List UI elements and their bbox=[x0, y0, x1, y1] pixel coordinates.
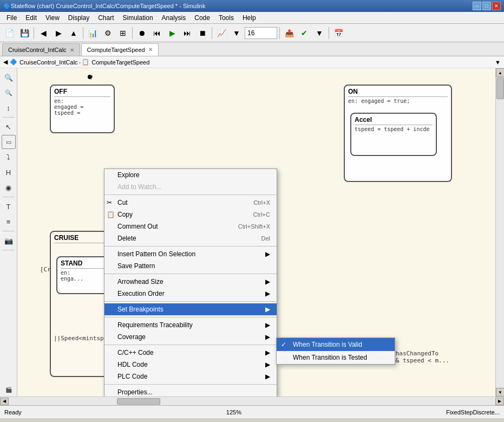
cm-sep-4 bbox=[104, 301, 277, 302]
cm-copy[interactable]: 📋 Copy Ctrl+C bbox=[104, 209, 277, 220]
scroll-up-btn[interactable]: ▲ bbox=[496, 68, 504, 77]
select-btn[interactable]: ↖ bbox=[2, 120, 16, 134]
state-on[interactable]: ON en: engaged = true; Accel tspeed = ts… bbox=[344, 85, 452, 182]
cm-cut[interactable]: ✂ Cut Ctrl+X bbox=[104, 197, 277, 209]
state-accel-name: Accel bbox=[355, 116, 433, 125]
history-btn[interactable]: H bbox=[2, 165, 16, 179]
cm-delete[interactable]: Delete Del bbox=[104, 232, 277, 244]
zoom-out-btn[interactable]: 🔍 bbox=[2, 86, 16, 100]
menu-tools[interactable]: Tools bbox=[214, 13, 238, 23]
scroll-left-btn[interactable]: ◀ bbox=[0, 398, 9, 405]
cm-hdl-code-arrow: ▶ bbox=[265, 361, 270, 368]
cm-set-breakpoints[interactable]: Set Breakpoints ▶ bbox=[104, 303, 277, 315]
cm-comment-out-label: Comment Out bbox=[117, 223, 158, 230]
scroll-track[interactable] bbox=[496, 77, 504, 388]
tab-close-computetargetspeed[interactable]: ✕ bbox=[148, 47, 153, 53]
sm-when-valid[interactable]: ✓ When Transition is Valid bbox=[277, 338, 395, 351]
menu-simulation[interactable]: Simulation bbox=[119, 13, 158, 23]
cm-coverage[interactable]: Coverage ▶ bbox=[104, 331, 277, 343]
breadcrumb-root[interactable]: CruiseControl_IntCalc bbox=[19, 59, 78, 66]
tab-close-cruisecontrol[interactable]: ✕ bbox=[70, 47, 74, 53]
scroll-down-btn[interactable]: ▼ bbox=[496, 388, 504, 397]
forward-button[interactable]: ▶ bbox=[51, 26, 66, 40]
dropdown2-btn[interactable]: ▼ bbox=[312, 26, 326, 40]
breakpoints-submenu: ✓ When Transition is Valid When Transiti… bbox=[276, 337, 395, 365]
sim-btn[interactable]: 🎬 bbox=[2, 382, 16, 397]
zoom-input[interactable] bbox=[245, 27, 277, 39]
cm-add-to-watch-label: Add to Watch... bbox=[117, 183, 162, 191]
cm-arrowhead-size[interactable]: Arrowhead Size ▶ bbox=[104, 276, 277, 288]
menu-edit[interactable]: Edit bbox=[21, 13, 41, 23]
state-off[interactable]: OFF en: engaged = tspeed = bbox=[50, 85, 115, 133]
transition-btn[interactable]: ⤵ bbox=[2, 150, 16, 164]
export-btn[interactable]: 📤 bbox=[282, 26, 296, 40]
menu-view[interactable]: View bbox=[41, 13, 64, 23]
zoom-in-btn[interactable]: 🔍 bbox=[2, 70, 16, 85]
scroll-right-btn[interactable]: ▶ bbox=[495, 398, 504, 405]
cm-explore[interactable]: Explore bbox=[104, 169, 277, 181]
cm-requirements[interactable]: Requirements Traceability ▶ bbox=[104, 319, 277, 331]
menu-display[interactable]: Display bbox=[64, 13, 94, 23]
junction-btn[interactable]: ◉ bbox=[2, 180, 16, 194]
save-button[interactable]: 💾 bbox=[17, 26, 31, 40]
fit-btn[interactable]: ↕ bbox=[2, 101, 16, 115]
cm-hdl-code[interactable]: HDL Code ▶ bbox=[104, 359, 277, 371]
hscroll-track[interactable] bbox=[9, 398, 495, 405]
cm-arrowhead-size-label: Arrowhead Size bbox=[117, 278, 163, 285]
check-btn[interactable]: ✔ bbox=[297, 26, 311, 40]
minimize-button[interactable]: ─ bbox=[473, 2, 481, 10]
state-btn[interactable]: ▭ bbox=[2, 135, 16, 149]
screenshot-btn[interactable]: 📷 bbox=[2, 233, 16, 248]
grid-btn[interactable]: ⊞ bbox=[116, 26, 130, 40]
tab-computetargetspeed[interactable]: ComputeTargetSpeed ✕ bbox=[81, 43, 159, 56]
cm-properties[interactable]: Properties... bbox=[104, 386, 277, 397]
scope-btn[interactable]: 📈 bbox=[214, 26, 228, 40]
state-accel[interactable]: Accel tspeed = tspeed + incde bbox=[350, 113, 437, 156]
breadcrumb-current[interactable]: ComputeTargetSpeed bbox=[91, 59, 149, 66]
cm-sep-5 bbox=[104, 317, 277, 317]
new-button[interactable]: 📄 bbox=[2, 26, 16, 40]
cm-cpp-code[interactable]: C/C++ Code ▶ bbox=[104, 347, 277, 359]
calendar-btn[interactable]: 📅 bbox=[331, 26, 345, 40]
cm-save-pattern[interactable]: Save Pattern bbox=[104, 260, 277, 272]
cm-insert-pattern-label: Insert Pattern On Selection bbox=[117, 250, 195, 258]
comment-btn[interactable]: ≡ bbox=[2, 215, 16, 229]
cm-plc-code[interactable]: PLC Code ▶ bbox=[104, 371, 277, 382]
step-back-btn[interactable]: ⏮ bbox=[150, 26, 164, 40]
cm-plc-code-label: PLC Code bbox=[117, 373, 147, 380]
cm-arrowhead-size-arrow: ▶ bbox=[265, 278, 270, 285]
menu-chart[interactable]: Chart bbox=[94, 13, 118, 23]
menu-analysis[interactable]: Analysis bbox=[158, 13, 191, 23]
cm-coverage-label: Coverage bbox=[117, 333, 146, 341]
cm-comment-out[interactable]: Comment Out Ctrl+Shift+X bbox=[104, 220, 277, 232]
cm-cut-shortcut: Ctrl+X bbox=[253, 199, 270, 206]
sm-when-tested[interactable]: When Transition is Tested bbox=[277, 351, 395, 364]
stop-btn[interactable]: ⏹ bbox=[195, 26, 210, 40]
sm-when-valid-label: When Transition is Valid bbox=[293, 341, 362, 348]
close-button[interactable]: ✕ bbox=[492, 2, 501, 10]
text-btn[interactable]: T bbox=[2, 199, 16, 213]
cm-cpp-code-arrow: ▶ bbox=[265, 349, 270, 356]
breadcrumb-dropdown[interactable]: ▼ bbox=[495, 59, 501, 66]
back-button[interactable]: ◀ bbox=[36, 26, 50, 40]
menu-code[interactable]: Code bbox=[190, 13, 214, 23]
toolbar-separator-4 bbox=[212, 27, 212, 39]
maximize-button[interactable]: □ bbox=[482, 2, 491, 10]
record-btn[interactable]: ⏺ bbox=[135, 26, 149, 40]
cm-set-breakpoints-label: Set Breakpoints bbox=[117, 306, 163, 313]
tab-cruisecontrol[interactable]: CruiseControl_IntCalc ✕ bbox=[2, 43, 80, 56]
chart-btn[interactable]: 📊 bbox=[86, 26, 100, 40]
scroll-thumb[interactable] bbox=[496, 77, 504, 99]
up-button[interactable]: ▲ bbox=[67, 26, 81, 40]
menu-help[interactable]: Help bbox=[238, 13, 260, 23]
cm-insert-pattern[interactable]: Insert Pattern On Selection ▶ bbox=[104, 248, 277, 260]
step-fwd-btn[interactable]: ⏭ bbox=[180, 26, 194, 40]
play-btn[interactable]: ▶ bbox=[165, 26, 179, 40]
breadcrumb-arrow[interactable]: ◀ bbox=[3, 59, 8, 66]
hscroll-thumb[interactable] bbox=[117, 398, 160, 405]
dropdown-btn[interactable]: ▼ bbox=[230, 26, 244, 40]
settings-btn[interactable]: ⚙ bbox=[101, 26, 115, 40]
menu-file[interactable]: File bbox=[2, 13, 21, 23]
cm-execution-order[interactable]: Execution Order ▶ bbox=[104, 288, 277, 300]
toolbar-separator-5 bbox=[279, 27, 280, 39]
